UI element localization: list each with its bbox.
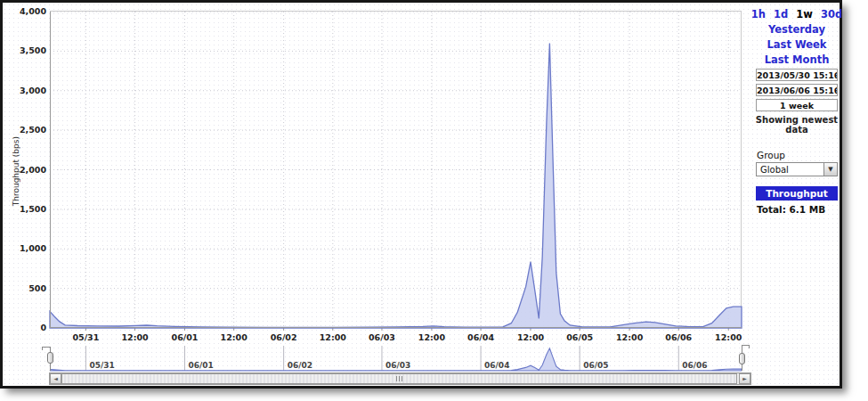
- timespan-input[interactable]: [756, 99, 838, 111]
- y-tick-label: 1,500: [7, 204, 46, 214]
- right-range-handle-knob[interactable]: [739, 353, 745, 364]
- x-tick-label: 06/05: [555, 332, 604, 342]
- mini-tick-label: 06/05: [583, 361, 608, 370]
- scrollbar-thumb[interactable]: [61, 373, 737, 384]
- range-link-1h[interactable]: 1h: [751, 8, 766, 20]
- mini-tick-label: 06/02: [288, 361, 312, 370]
- mini-tick-label: 06/03: [385, 361, 410, 370]
- y-tick-label: 2,000: [7, 165, 46, 175]
- status-text: Showing newest data: [755, 115, 839, 135]
- range-links: 1h1d1w30d: [755, 8, 839, 20]
- range-link-1w[interactable]: 1w: [796, 8, 813, 20]
- chevron-down-icon[interactable]: ▼: [823, 163, 837, 176]
- group-select[interactable]: Global ▼: [756, 162, 838, 176]
- x-tick-label: 12:00: [110, 332, 160, 342]
- y-tick-label: 1,000: [7, 243, 46, 253]
- scroll-left-icon: ◄: [53, 376, 58, 381]
- throughput-legend-button[interactable]: Throughput: [756, 186, 838, 200]
- mini-tick-label: 06/04: [484, 361, 509, 370]
- group-select-value: Global: [757, 165, 823, 175]
- range-link-30d[interactable]: 30d: [821, 8, 842, 20]
- total-value: Total: 6.1 MB: [757, 204, 839, 215]
- x-tick-label: 12:00: [308, 332, 358, 342]
- sidebar: 1h1d1w30d YesterdayLast WeekLast Month S…: [755, 8, 839, 215]
- x-tick-label: 06/01: [160, 332, 210, 342]
- x-tick-label: 12:00: [506, 332, 556, 342]
- x-tick-label: 06/02: [259, 332, 309, 342]
- y-tick-label: 2,500: [7, 125, 46, 135]
- mini-tick-label: 06/06: [682, 361, 707, 370]
- scroll-grip-icon: [396, 376, 402, 381]
- y-tick-label: 3,000: [7, 86, 46, 95]
- scroll-left-button[interactable]: ◄: [50, 373, 61, 384]
- x-tick-label: 06/04: [456, 332, 506, 342]
- left-range-handle-knob[interactable]: [47, 352, 53, 364]
- quick-link-last-month[interactable]: Last Month: [755, 53, 839, 66]
- x-tick-label: 12:00: [604, 332, 654, 342]
- range-link-1d[interactable]: 1d: [774, 8, 788, 20]
- y-tick-label: 3,500: [7, 45, 46, 55]
- y-tick-label: 500: [7, 283, 46, 293]
- quick-links: YesterdayLast WeekLast Month: [755, 23, 839, 66]
- y-tick-label: 0: [7, 323, 46, 332]
- start-datetime-input[interactable]: [756, 69, 838, 81]
- right-range-handle-stub: [749, 345, 750, 348]
- x-tick-label: 12:00: [407, 332, 457, 342]
- left-range-handle[interactable]: [42, 347, 50, 348]
- quick-link-last-week[interactable]: Last Week: [755, 38, 839, 51]
- x-tick-label: 05/31: [61, 332, 110, 342]
- report-window: Throughput (bps) 05001,0001,5002,0002,50…: [0, 0, 842, 389]
- x-tick-label: 12:00: [209, 332, 259, 342]
- quick-link-yesterday[interactable]: Yesterday: [755, 23, 839, 36]
- scroll-right-button[interactable]: ►: [739, 373, 750, 384]
- mini-tick-label: 06/01: [189, 361, 214, 370]
- group-label: Group: [757, 150, 839, 160]
- throughput-chart[interactable]: [50, 11, 742, 327]
- range-selector-chart[interactable]: 05/3106/0106/0206/0306/0406/0506/06: [50, 344, 742, 372]
- y-tick-label: 4,000: [7, 6, 46, 16]
- page: Throughput (bps) 05001,0001,5002,0002,50…: [0, 0, 868, 401]
- time-scrollbar[interactable]: ◄ ►: [49, 372, 751, 385]
- scroll-right-icon: ►: [742, 376, 747, 381]
- left-range-handle-stub: [42, 347, 43, 350]
- x-tick-label: 12:00: [703, 332, 753, 342]
- x-tick-label: 06/06: [653, 332, 703, 342]
- end-datetime-input[interactable]: [756, 84, 838, 96]
- x-tick-label: 06/03: [357, 332, 407, 342]
- mini-tick-label: 05/31: [89, 361, 114, 370]
